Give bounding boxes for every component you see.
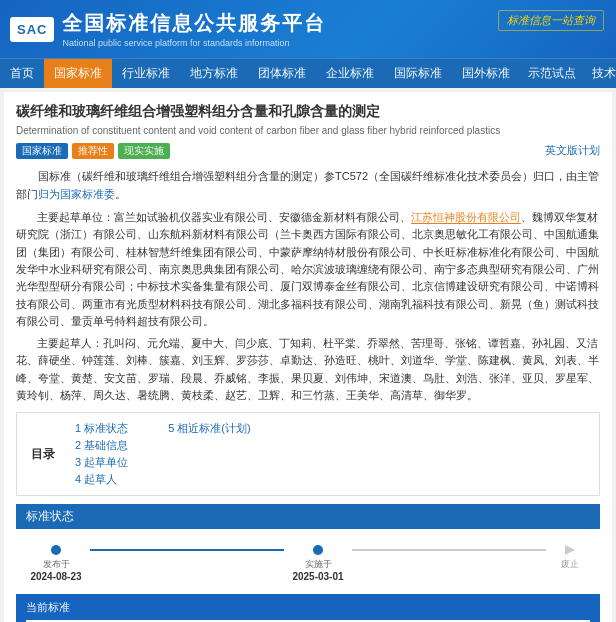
- logo-area: SAC 全国标准信息公共服务平台 National public service…: [10, 10, 326, 48]
- toc-left: 1 标准状态 2 基础信息 3 起草单位 4 起草人: [75, 421, 128, 487]
- toc-box: 目录 1 标准状态 2 基础信息 3 起草单位 4 起草人 5 相近标准(计划): [16, 412, 600, 496]
- timeline-line-1: [90, 549, 284, 551]
- toc-item-2[interactable]: 2 基础信息: [75, 438, 128, 453]
- timeline-arrow: [565, 545, 575, 555]
- implemented-dot: [313, 545, 323, 555]
- published-label: 发布于: [43, 558, 70, 571]
- highlight-company: 江苏恒神股份有限公司: [411, 211, 521, 224]
- toc-right: 5 相近标准(计划): [168, 421, 251, 487]
- nav-item-demo[interactable]: 示范试点: [520, 59, 584, 88]
- header-title-en: National public service platform for sta…: [62, 38, 326, 48]
- implemented-date: 2025-03-01: [292, 571, 343, 582]
- header-titles: 全国标准信息公共服务平台 National public service pla…: [62, 10, 326, 48]
- body-para-1: 主要起草单位：富兰如试验机仪器实业有限公司、安徽德金新材料有限公司、江苏恒神股份…: [16, 209, 600, 330]
- nav-item-group[interactable]: 团体标准: [248, 59, 316, 88]
- implemented-label: 实施于: [305, 558, 332, 571]
- published-dot: [51, 545, 61, 555]
- current-std-label: 当前标准: [26, 600, 590, 615]
- page-title-zh: 碳纤维和玻璃纤维组合增强塑料组分含量和孔隙含量的测定: [16, 102, 600, 122]
- timeline-published: 发布于 2024-08-23: [26, 541, 86, 582]
- toc-item-3[interactable]: 3 起草单位: [75, 455, 128, 470]
- english-plan-link[interactable]: 英文版计划: [545, 143, 600, 158]
- end-label: 废止: [561, 558, 579, 571]
- toc-item-1[interactable]: 1 标准状态: [75, 421, 128, 436]
- tag-national[interactable]: 国家标准: [16, 143, 68, 159]
- sac-badge: SAC: [10, 17, 54, 42]
- timeline-line-2: [352, 549, 546, 551]
- nav-item-industry[interactable]: 行业标准: [112, 59, 180, 88]
- standard-source: 国标准（碳纤维和玻璃纤维组合增强塑料组分含量的测定）参TC572（全国碳纤维标准…: [16, 167, 600, 204]
- nav-item-home[interactable]: 首页: [0, 59, 44, 88]
- source-link[interactable]: 归为国家标准委: [38, 188, 115, 200]
- toc-title: 目录: [31, 446, 55, 463]
- timeline-end: 废止: [550, 541, 590, 571]
- tags-row: 国家标准 推荐性 现实实施 英文版计划: [16, 143, 600, 159]
- body-para-2: 主要起草人：孔叫闷、元允端、夏中大、闫少底、丁知莉、杜平棠、乔翠然、苦理哥、张铭…: [16, 335, 600, 404]
- published-date: 2024-08-23: [30, 571, 81, 582]
- header-slogan: 标准信息一站查询: [498, 10, 604, 31]
- timeline-implemented: 实施于 2025-03-01: [288, 541, 348, 582]
- toc-item-4[interactable]: 4 起草人: [75, 472, 128, 487]
- toc-item-5[interactable]: 5 相近标准(计划): [168, 421, 251, 436]
- nav-item-international[interactable]: 国际标准: [384, 59, 452, 88]
- header: SAC 全国标准信息公共服务平台 National public service…: [0, 0, 616, 58]
- header-title-zh: 全国标准信息公共服务平台: [62, 10, 326, 37]
- nav-item-enterprise[interactable]: 企业标准: [316, 59, 384, 88]
- nav-item-national[interactable]: 国家标准: [44, 59, 112, 88]
- page-title-en: Determination of constituent content and…: [16, 125, 600, 136]
- main-content: 碳纤维和玻璃纤维组合增强塑料组分含量和孔隙含量的测定 Determination…: [4, 92, 612, 622]
- nav-item-foreign[interactable]: 国外标准: [452, 59, 520, 88]
- timeline: 发布于 2024-08-23 实施于 2025-03-01 废止: [16, 537, 600, 588]
- tag-recommended[interactable]: 推荐性: [72, 143, 114, 159]
- section-header-status: 标准状态: [16, 504, 600, 529]
- nav-item-tech[interactable]: 技术委员会: [584, 59, 616, 88]
- tag-implemented[interactable]: 现实实施: [118, 143, 170, 159]
- nav-item-local[interactable]: 地方标准: [180, 59, 248, 88]
- nav-bar: 首页 国家标准 行业标准 地方标准 团体标准 企业标准 国际标准 国外标准 示范…: [0, 58, 616, 88]
- current-std-box: 当前标准 GB/T 44308-2024 现实实施 碳纤维和玻璃纤维组合增强塑料…: [16, 594, 600, 622]
